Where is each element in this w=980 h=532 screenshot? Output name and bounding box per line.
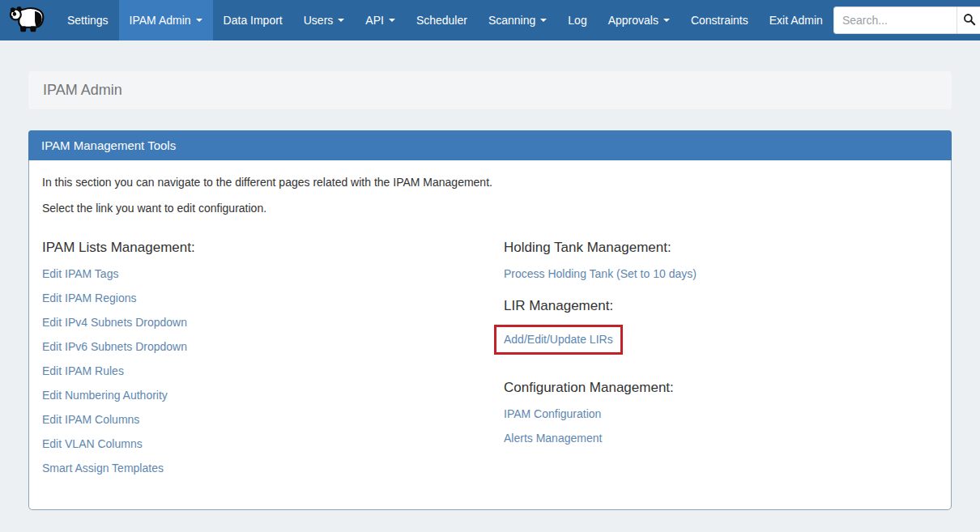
heading-ipam-lists-management: IPAM Lists Management: xyxy=(42,240,474,256)
nav-item-scanning[interactable]: Scanning xyxy=(478,0,557,40)
intro-text-1: In this section you can navigate to the … xyxy=(42,176,938,189)
nav-label: Scheduler xyxy=(416,14,467,27)
top-navbar: Settings IPAM Admin Data Import Users AP… xyxy=(0,0,980,40)
heading-lir-management: LIR Management: xyxy=(504,298,922,314)
heading-configuration-management: Configuration Management: xyxy=(504,380,922,396)
nav-label: Scanning xyxy=(488,14,535,27)
brand-logo[interactable] xyxy=(0,0,57,40)
search-icon xyxy=(963,13,976,28)
link-add-edit-update-lirs[interactable]: Add/Edit/Update LIRs xyxy=(504,333,613,346)
link-edit-ipv6-subnets-dropdown[interactable]: Edit IPv6 Subnets Dropdown xyxy=(42,341,474,352)
right-column: Holding Tank Management: Process Holding… xyxy=(490,240,938,487)
nav-left: Settings IPAM Admin Data Import Users AP… xyxy=(0,0,833,40)
nav-item-exit-admin[interactable]: Exit Admin xyxy=(759,0,833,40)
nav-label: Data Import xyxy=(224,14,283,27)
nav-label: Approvals xyxy=(608,14,658,27)
link-smart-assign-templates[interactable]: Smart Assign Templates xyxy=(42,462,474,474)
chevron-down-icon xyxy=(663,19,670,22)
page-container: IPAM Admin IPAM Management Tools In this… xyxy=(28,71,952,510)
search-button[interactable] xyxy=(957,6,980,34)
nav-label: Settings xyxy=(67,14,109,27)
ipam-management-tools-panel: IPAM Management Tools In this section yo… xyxy=(28,130,952,510)
link-edit-ipam-tags[interactable]: Edit IPAM Tags xyxy=(42,268,474,279)
search-input[interactable] xyxy=(833,6,957,34)
nav-item-data-import[interactable]: Data Import xyxy=(213,0,293,40)
link-alerts-management[interactable]: Alerts Management xyxy=(504,432,922,444)
chevron-down-icon xyxy=(338,19,344,22)
chevron-down-icon xyxy=(196,19,202,22)
link-process-holding-tank[interactable]: Process Holding Tank (Set to 10 days) xyxy=(504,268,922,279)
nav-label: API xyxy=(365,14,384,27)
nav-label: IPAM Admin xyxy=(130,14,191,27)
page-title: IPAM Admin xyxy=(28,71,952,109)
nav-item-log[interactable]: Log xyxy=(557,0,597,40)
panda-logo-icon xyxy=(8,4,45,36)
nav-item-ipam-admin[interactable]: IPAM Admin xyxy=(119,0,213,40)
nav-item-api[interactable]: API xyxy=(355,0,406,40)
panel-heading: IPAM Management Tools xyxy=(28,130,952,160)
nav-label: Users xyxy=(304,14,334,27)
link-edit-vlan-columns[interactable]: Edit VLAN Columns xyxy=(42,438,474,449)
link-edit-numbering-authority[interactable]: Edit Numbering Authority xyxy=(42,389,474,401)
link-edit-ipam-regions[interactable]: Edit IPAM Regions xyxy=(42,292,474,304)
nav-item-approvals[interactable]: Approvals xyxy=(598,0,680,40)
nav-label: Constraints xyxy=(691,14,748,27)
link-edit-ipam-columns[interactable]: Edit IPAM Columns xyxy=(42,414,474,425)
nav-item-constraints[interactable]: Constraints xyxy=(680,0,759,40)
annotation-highlight-box: Add/Edit/Update LIRs xyxy=(494,325,623,355)
nav-label: Log xyxy=(568,14,586,27)
link-edit-ipv4-subnets-dropdown[interactable]: Edit IPv4 Subnets Dropdown xyxy=(42,317,474,328)
chevron-down-icon xyxy=(540,19,547,22)
nav-right xyxy=(833,0,980,40)
nav-item-scheduler[interactable]: Scheduler xyxy=(406,0,478,40)
left-column: IPAM Lists Management: Edit IPAM Tags Ed… xyxy=(42,240,490,487)
link-edit-ipam-rules[interactable]: Edit IPAM Rules xyxy=(42,365,474,377)
search-group xyxy=(833,6,980,34)
nav-item-users[interactable]: Users xyxy=(293,0,356,40)
link-columns: IPAM Lists Management: Edit IPAM Tags Ed… xyxy=(42,240,938,487)
intro-text-2: Select the link you want to edit configu… xyxy=(42,202,938,215)
chevron-down-icon xyxy=(389,19,395,22)
nav-item-settings[interactable]: Settings xyxy=(57,0,119,40)
panel-body: In this section you can navigate to the … xyxy=(29,160,951,509)
link-ipam-configuration[interactable]: IPAM Configuration xyxy=(504,408,922,419)
nav-label: Exit Admin xyxy=(769,14,823,27)
heading-holding-tank-management: Holding Tank Management: xyxy=(504,240,922,256)
